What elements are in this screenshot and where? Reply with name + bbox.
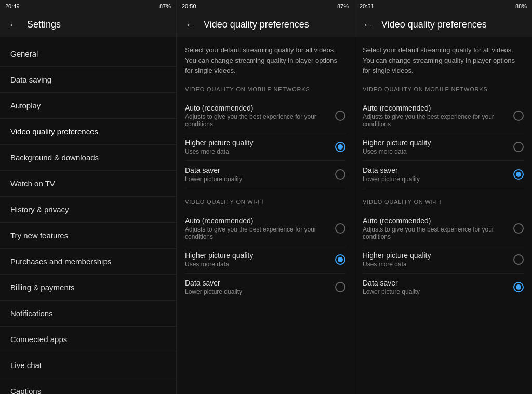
mobile-higher-option-middle[interactable]: Higher picture quality Uses more data (185, 133, 345, 161)
wifi-auto-radio-right[interactable] (513, 223, 524, 234)
wifi-datasaver-radio-middle[interactable] (335, 282, 345, 292)
wifi-higher-option-right[interactable]: Higher picture quality Uses more data (363, 246, 524, 274)
mobile-higher-title-right: Higher picture quality (363, 139, 507, 147)
mobile-higher-radio-right[interactable] (513, 142, 524, 152)
status-icons-left: 87% (159, 3, 171, 9)
wifi-higher-radio-right[interactable] (513, 254, 524, 265)
settings-item-history-privacy[interactable]: History & privacy (0, 197, 176, 223)
wifi-section-title-middle: VIDEO QUALITY ON WI-FI (185, 199, 345, 205)
vq-description-right: Select your default streaming quality fo… (363, 45, 524, 76)
time-left: 20:49 (5, 3, 20, 9)
mobile-datasaver-option-middle[interactable]: Data saver Lower picture quality (185, 161, 345, 188)
battery-left: 87% (159, 3, 171, 9)
settings-item-watch-on-tv[interactable]: Watch on TV (0, 171, 176, 197)
status-bar-right: 20:51 88% (354, 0, 532, 12)
wifi-auto-option-right[interactable]: Auto (recommended) Adjusts to give you t… (363, 211, 524, 246)
wifi-auto-title-middle: Auto (recommended) (185, 216, 329, 225)
wifi-datasaver-option-right[interactable]: Data saver Lower picture quality (363, 274, 524, 301)
mobile-section-title-middle: VIDEO QUALITY ON MOBILE NETWORKS (185, 86, 345, 92)
mobile-auto-subtitle-middle: Adjusts to give you the best experience … (185, 113, 329, 128)
wifi-auto-radio-middle[interactable] (335, 223, 345, 234)
wifi-datasaver-title-right: Data saver (363, 279, 507, 287)
battery-middle: 87% (337, 3, 349, 9)
mobile-section-title-right: VIDEO QUALITY ON MOBILE NETWORKS (363, 86, 524, 92)
vq-title-middle: Video quality preferences (204, 19, 309, 30)
settings-item-general[interactable]: General (0, 41, 176, 67)
wifi-datasaver-subtitle-middle: Lower picture quality (185, 288, 329, 295)
settings-item-try-new-features[interactable]: Try new features (0, 223, 176, 249)
settings-item-purchases[interactable]: Purchases and memberships (0, 249, 176, 275)
vq-header-right: ← Video quality preferences (354, 12, 532, 37)
mobile-higher-subtitle-right: Uses more data (363, 148, 507, 155)
settings-item-background-downloads[interactable]: Background & downloads (0, 145, 176, 171)
settings-item-connected-apps[interactable]: Connected apps (0, 327, 176, 352)
mobile-auto-title-middle: Auto (recommended) (185, 104, 329, 112)
vq-content-middle: Select your default streaming quality fo… (177, 37, 354, 394)
mobile-datasaver-radio-middle[interactable] (335, 169, 345, 180)
status-icons-middle: 87% (337, 3, 349, 9)
mobile-datasaver-title-right: Data saver (363, 166, 507, 174)
back-button-right[interactable]: ← (363, 19, 373, 31)
wifi-auto-option-middle[interactable]: Auto (recommended) Adjusts to give you t… (185, 211, 345, 246)
wifi-auto-title-right: Auto (recommended) (363, 216, 507, 225)
mobile-datasaver-title-middle: Data saver (185, 166, 329, 174)
time-right: 20:51 (360, 3, 374, 9)
wifi-datasaver-title-middle: Data saver (185, 279, 329, 287)
settings-list: General Data saving Autoplay Video quali… (0, 37, 176, 394)
status-bar-middle: 20:50 87% (177, 0, 354, 12)
mobile-higher-subtitle-middle: Uses more data (185, 148, 329, 155)
settings-panel: 20:49 87% ← Settings General Data saving… (0, 0, 177, 394)
mobile-datasaver-option-right[interactable]: Data saver Lower picture quality (363, 161, 524, 188)
vq-panel-right: 20:51 88% ← Video quality preferences Se… (354, 0, 532, 394)
settings-item-billing[interactable]: Billing & payments (0, 275, 176, 301)
settings-item-live-chat[interactable]: Live chat (0, 352, 176, 378)
vq-panel-middle: 20:50 87% ← Video quality preferences Se… (177, 0, 354, 394)
wifi-datasaver-radio-right[interactable] (513, 282, 524, 292)
mobile-auto-radio-right[interactable] (513, 111, 524, 121)
vq-description-middle: Select your default streaming quality fo… (185, 45, 345, 76)
battery-right: 88% (515, 3, 527, 9)
vq-content-right: Select your default streaming quality fo… (354, 37, 532, 394)
mobile-datasaver-subtitle-middle: Lower picture quality (185, 175, 329, 183)
settings-item-data-saving[interactable]: Data saving (0, 67, 176, 93)
mobile-auto-option-middle[interactable]: Auto (recommended) Adjusts to give you t… (185, 99, 345, 133)
wifi-auto-subtitle-right: Adjusts to give you the best experience … (363, 226, 507, 240)
wifi-higher-title-right: Higher picture quality (363, 251, 507, 260)
mobile-higher-option-right[interactable]: Higher picture quality Uses more data (363, 133, 524, 161)
mobile-auto-title-right: Auto (recommended) (363, 104, 507, 112)
mobile-datasaver-radio-right[interactable] (513, 169, 524, 180)
wifi-datasaver-option-middle[interactable]: Data saver Lower picture quality (185, 274, 345, 301)
vq-title-right: Video quality preferences (381, 19, 487, 30)
back-button-middle[interactable]: ← (185, 19, 195, 31)
wifi-higher-option-middle[interactable]: Higher picture quality Uses more data (185, 246, 345, 274)
mobile-auto-subtitle-right: Adjusts to give you the best experience … (363, 113, 507, 128)
wifi-section-title-right: VIDEO QUALITY ON WI-FI (363, 199, 524, 205)
mobile-higher-title-middle: Higher picture quality (185, 139, 329, 147)
settings-item-autoplay[interactable]: Autoplay (0, 93, 176, 119)
wifi-higher-subtitle-middle: Uses more data (185, 261, 329, 268)
wifi-higher-title-middle: Higher picture quality (185, 251, 329, 260)
settings-header: ← Settings (0, 12, 176, 37)
vq-header-middle: ← Video quality preferences (177, 12, 354, 37)
status-icons-right: 88% (515, 3, 527, 9)
mobile-higher-radio-middle[interactable] (335, 142, 345, 152)
status-bar-left: 20:49 87% (0, 0, 176, 12)
wifi-higher-subtitle-right: Uses more data (363, 261, 507, 268)
wifi-datasaver-subtitle-right: Lower picture quality (363, 288, 507, 295)
wifi-auto-subtitle-middle: Adjusts to give you the best experience … (185, 226, 329, 240)
settings-item-captions[interactable]: Captions (0, 378, 176, 394)
mobile-auto-radio-middle[interactable] (335, 111, 345, 121)
mobile-datasaver-subtitle-right: Lower picture quality (363, 175, 507, 183)
mobile-auto-option-right[interactable]: Auto (recommended) Adjusts to give you t… (363, 99, 524, 133)
settings-item-video-quality[interactable]: Video quality preferences (0, 119, 176, 145)
time-middle: 20:50 (182, 3, 196, 9)
wifi-higher-radio-middle[interactable] (335, 254, 345, 265)
settings-title: Settings (27, 19, 61, 30)
back-button-left[interactable]: ← (8, 19, 19, 31)
settings-item-notifications[interactable]: Notifications (0, 301, 176, 327)
